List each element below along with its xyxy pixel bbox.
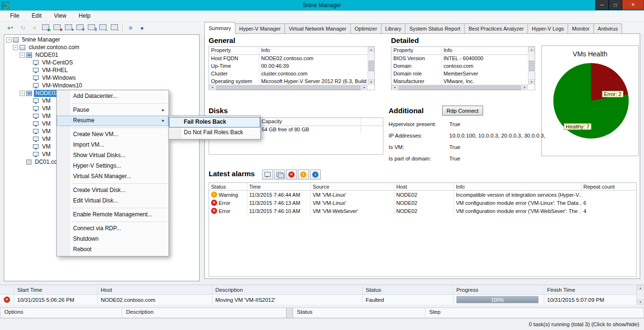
shutdown-vm-button[interactable]: ● — [63, 22, 74, 33]
tab[interactable]: Hyper-V Logs — [528, 23, 568, 34]
tree-item[interactable]: cluster.contoso.com — [4, 43, 199, 51]
tree-item[interactable]: 5nine Manager — [4, 36, 199, 43]
table-row[interactable]: Domain role MemberServer — [391, 70, 528, 78]
submenu-item[interactable]: Fail Roles Back — [169, 117, 260, 128]
table-row[interactable]: BIOS Version INTEL - 6040000 — [391, 55, 528, 63]
turn-off-vm-button[interactable]: ■ — [52, 22, 63, 33]
tab[interactable]: Hyper-V Manager — [235, 23, 285, 34]
tab[interactable]: System Status Report — [405, 23, 465, 34]
column-header: Start Time — [14, 285, 98, 294]
scroll-right-icon[interactable] — [522, 85, 528, 90]
tree-item[interactable]: VM-RHEL — [4, 66, 199, 74]
host-alarms-button[interactable] — [262, 170, 273, 180]
options-header: Options Description — [0, 308, 286, 318]
scrollbar-thumb[interactable] — [216, 85, 360, 90]
vertical-scrollbar[interactable] — [636, 285, 644, 305]
scrollbar-thumb[interactable] — [399, 85, 521, 90]
scrollbar-thumb[interactable] — [529, 61, 534, 71]
scroll-up-icon[interactable] — [528, 47, 535, 52]
tree-item[interactable]: VM-Windows — [4, 74, 199, 82]
menubar-item[interactable]: File — [4, 11, 25, 21]
context-menu-item[interactable]: Shutdown — [57, 234, 169, 245]
export-vm-button[interactable]: → — [98, 22, 109, 33]
close-button[interactable]: × — [622, 0, 644, 10]
table-row[interactable]: Up-Time 00.00:46:39 — [209, 63, 368, 70]
tree-expander-icon[interactable] — [13, 45, 18, 50]
alarm-row[interactable]: Error 11/3/2015 7:46:10 AM VM 'VM-WebSev… — [209, 207, 636, 215]
tab[interactable]: Virtual Network Manager — [285, 23, 351, 34]
context-menu-item[interactable]: Resume — [57, 116, 169, 126]
pause-vm-button[interactable]: ‖ — [86, 22, 97, 33]
minimize-button[interactable]: ─ — [595, 0, 609, 10]
alarm-row[interactable]: Warning 11/3/2015 7:46:44 AM VM 'VM-Linu… — [209, 191, 636, 199]
context-menu-item[interactable]: Connect via RDP... — [57, 224, 169, 234]
splitter-handle[interactable] — [286, 308, 293, 318]
context-menu-item[interactable]: Create New VM... — [57, 129, 169, 140]
tab[interactable]: Best Practices Analyzer — [464, 23, 528, 34]
context-menu-item[interactable]: Pause — [57, 105, 169, 116]
tree-item[interactable]: VM-Windows10 — [4, 82, 199, 89]
tab[interactable]: Summary — [204, 22, 235, 34]
context-menu-item[interactable]: Edit Virtual Disk... — [57, 196, 169, 206]
maximize-button[interactable]: □ — [609, 0, 622, 10]
tree-item[interactable]: VM-CentOS — [4, 59, 199, 66]
save-vm-button[interactable]: ▼ — [75, 22, 86, 33]
column-header: Capacity — [260, 118, 361, 126]
rdp-connect-button[interactable]: Rdp Connect — [442, 106, 483, 116]
import-vm-button[interactable]: → — [109, 22, 120, 33]
tree-item[interactable]: NODE01 — [4, 51, 199, 59]
submenu-item[interactable]: Do Not Fail Roles Back — [169, 128, 260, 138]
scroll-left-icon[interactable] — [209, 85, 215, 90]
filter-info-button[interactable] — [310, 170, 321, 180]
tab[interactable]: Antivirus — [593, 23, 622, 34]
context-menu-item[interactable]: Virtual SAN Manager... — [57, 171, 169, 182]
horizontal-scrollbar[interactable] — [209, 85, 368, 90]
scroll-down-icon[interactable] — [528, 79, 535, 85]
menubar-item[interactable]: Edit — [25, 11, 48, 21]
table-row[interactable]: Operating system Microsoft Hyper-V Serve… — [209, 78, 368, 85]
context-menu-item[interactable]: Add Datacenter... — [57, 91, 169, 102]
filter-warnings-button[interactable] — [298, 170, 309, 180]
menubar-item[interactable]: View — [48, 11, 73, 21]
tab[interactable]: Optimizer — [350, 23, 381, 34]
table-row[interactable]: Domain contoso.com — [391, 63, 528, 70]
scroll-up-icon[interactable] — [368, 47, 374, 52]
context-menu-item[interactable]: Show Virtual Disks... — [57, 150, 169, 161]
tab[interactable]: Library — [381, 23, 406, 34]
scroll-right-icon[interactable] — [361, 85, 368, 90]
context-menu-item[interactable]: Enable Remote Management... — [57, 210, 169, 220]
alarm-row[interactable]: Error 11/3/2015 7:46:13 AM VM 'VM-Linux'… — [209, 199, 636, 207]
vertical-scrollbar[interactable] — [368, 47, 374, 85]
scroll-up-icon[interactable] — [637, 285, 644, 290]
context-menu-item — [57, 102, 169, 105]
scroll-down-icon[interactable] — [637, 299, 644, 305]
table-row[interactable]: Manufacturer VMware, Inc. — [391, 78, 528, 85]
tab[interactable]: Monitor — [568, 23, 594, 34]
column-header: Time — [247, 183, 311, 190]
tree-expander-icon[interactable] — [20, 91, 25, 96]
context-menu-item[interactable]: Import VM... — [57, 140, 169, 150]
scroll-down-icon[interactable] — [368, 79, 374, 85]
console-log-button[interactable]: ≡ — [125, 22, 136, 33]
horizontal-scrollbar[interactable] — [391, 85, 528, 90]
scroll-left-icon[interactable] — [391, 85, 398, 90]
menubar-item[interactable]: Help — [73, 11, 97, 21]
task-summary-toggle[interactable]: 0 task(s) running (total 3) (Click to sh… — [529, 321, 639, 327]
context-menu-item[interactable]: Create Virtual Disk... — [57, 185, 169, 196]
table-row[interactable]: Cluster cluster.contoso.com — [209, 70, 368, 78]
antivirus-button[interactable]: ● — [137, 22, 148, 33]
refresh-button[interactable]: ↻ — [18, 22, 29, 33]
context-menu-item[interactable]: Hyper-V Settings... — [57, 161, 169, 171]
add-button[interactable]: + — [3, 22, 17, 33]
vm-alarms-button[interactable] — [274, 170, 285, 180]
cancel-button[interactable]: × — [29, 22, 40, 33]
table-row[interactable]: Host FQDN NODE02.contoso.com — [209, 55, 368, 63]
tree-expander-icon[interactable] — [20, 53, 25, 58]
start-vm-button[interactable]: ▶ — [41, 22, 52, 33]
task-row[interactable]: 10/31/2015 5:06:26 PM NODE02.contoso.com… — [0, 295, 636, 305]
vertical-scrollbar[interactable] — [528, 47, 535, 85]
filter-errors-button[interactable] — [286, 170, 297, 180]
scrollbar-thumb[interactable] — [369, 61, 374, 71]
context-menu-item[interactable]: Reboot — [57, 245, 169, 255]
tree-expander-icon[interactable] — [6, 37, 11, 43]
